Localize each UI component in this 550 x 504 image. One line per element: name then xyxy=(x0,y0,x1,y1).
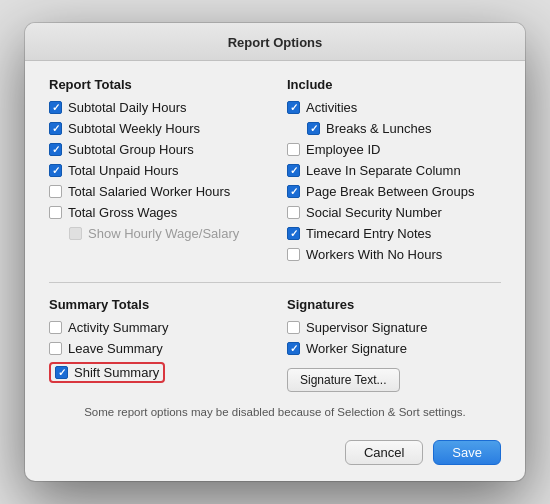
cb-timecard-notes[interactable]: Timecard Entry Notes xyxy=(287,226,501,241)
dialog-content: Report Totals Subtotal Daily Hours Subto… xyxy=(25,61,525,430)
include-title: Include xyxy=(287,77,501,92)
cb-leave-separate[interactable]: Leave In Separate Column xyxy=(287,163,501,178)
footer-note: Some report options may be disabled beca… xyxy=(49,406,501,418)
label-activities: Activities xyxy=(306,100,357,115)
cb-subtotal-group[interactable]: Subtotal Group Hours xyxy=(49,142,263,157)
label-subtotal-group: Subtotal Group Hours xyxy=(68,142,194,157)
checkbox-breaks-lunches[interactable] xyxy=(307,122,320,135)
label-leave-summary: Leave Summary xyxy=(68,341,163,356)
checkbox-show-hourly[interactable] xyxy=(69,227,82,240)
label-no-hours: Workers With No Hours xyxy=(306,247,442,262)
cb-leave-summary[interactable]: Leave Summary xyxy=(49,341,263,356)
label-supervisor-sig: Supervisor Signature xyxy=(306,320,427,335)
checkbox-subtotal-daily[interactable] xyxy=(49,101,62,114)
label-worker-sig: Worker Signature xyxy=(306,341,407,356)
cb-employee-id[interactable]: Employee ID xyxy=(287,142,501,157)
signature-text-button[interactable]: Signature Text... xyxy=(287,368,400,392)
cb-activity-summary[interactable]: Activity Summary xyxy=(49,320,263,335)
label-show-hourly: Show Hourly Wage/Salary xyxy=(88,226,239,241)
checkbox-no-hours[interactable] xyxy=(287,248,300,261)
label-employee-id: Employee ID xyxy=(306,142,380,157)
checkbox-subtotal-group[interactable] xyxy=(49,143,62,156)
cb-total-gross[interactable]: Total Gross Wages xyxy=(49,205,263,220)
cb-subtotal-weekly[interactable]: Subtotal Weekly Hours xyxy=(49,121,263,136)
checkbox-total-unpaid[interactable] xyxy=(49,164,62,177)
report-totals-title: Report Totals xyxy=(49,77,263,92)
signatures-section: Signatures Supervisor Signature Worker S… xyxy=(287,297,501,392)
cb-no-hours[interactable]: Workers With No Hours xyxy=(287,247,501,262)
cb-supervisor-sig[interactable]: Supervisor Signature xyxy=(287,320,501,335)
cb-total-unpaid[interactable]: Total Unpaid Hours xyxy=(49,163,263,178)
checkbox-total-gross[interactable] xyxy=(49,206,62,219)
footer-buttons: Cancel Save xyxy=(25,430,525,481)
include-section: Include Activities Breaks & Lunches Empl… xyxy=(287,77,501,268)
label-subtotal-daily: Subtotal Daily Hours xyxy=(68,100,187,115)
cb-worker-sig[interactable]: Worker Signature xyxy=(287,341,501,356)
checkbox-timecard-notes[interactable] xyxy=(287,227,300,240)
cb-subtotal-daily[interactable]: Subtotal Daily Hours xyxy=(49,100,263,115)
cb-shift-summary[interactable]: Shift Summary xyxy=(49,362,263,383)
cb-show-hourly[interactable]: Show Hourly Wage/Salary xyxy=(49,226,263,241)
checkbox-employee-id[interactable] xyxy=(287,143,300,156)
checkbox-page-break[interactable] xyxy=(287,185,300,198)
save-button[interactable]: Save xyxy=(433,440,501,465)
report-totals-section: Report Totals Subtotal Daily Hours Subto… xyxy=(49,77,263,268)
label-timecard-notes: Timecard Entry Notes xyxy=(306,226,431,241)
label-subtotal-weekly: Subtotal Weekly Hours xyxy=(68,121,200,136)
report-options-dialog: Report Options Report Totals Subtotal Da… xyxy=(25,23,525,481)
cb-activities[interactable]: Activities xyxy=(287,100,501,115)
checkbox-worker-sig[interactable] xyxy=(287,342,300,355)
top-columns: Report Totals Subtotal Daily Hours Subto… xyxy=(49,77,501,268)
label-activity-summary: Activity Summary xyxy=(68,320,168,335)
checkbox-supervisor-sig[interactable] xyxy=(287,321,300,334)
checkbox-subtotal-weekly[interactable] xyxy=(49,122,62,135)
signatures-title: Signatures xyxy=(287,297,501,312)
label-page-break: Page Break Between Groups xyxy=(306,184,474,199)
shift-summary-highlighted: Shift Summary xyxy=(49,362,165,383)
cancel-button[interactable]: Cancel xyxy=(345,440,423,465)
checkbox-ssn[interactable] xyxy=(287,206,300,219)
checkbox-activity-summary[interactable] xyxy=(49,321,62,334)
cb-total-salaried[interactable]: Total Salaried Worker Hours xyxy=(49,184,263,199)
summary-totals-section: Summary Totals Activity Summary Leave Su… xyxy=(49,297,263,392)
checkbox-activities[interactable] xyxy=(287,101,300,114)
cb-breaks-lunches[interactable]: Breaks & Lunches xyxy=(287,121,501,136)
cb-page-break[interactable]: Page Break Between Groups xyxy=(287,184,501,199)
checkbox-shift-summary[interactable] xyxy=(55,366,68,379)
bottom-columns: Summary Totals Activity Summary Leave Su… xyxy=(49,297,501,392)
label-breaks-lunches: Breaks & Lunches xyxy=(326,121,432,136)
dialog-title: Report Options xyxy=(25,23,525,61)
cb-ssn[interactable]: Social Security Number xyxy=(287,205,501,220)
label-ssn: Social Security Number xyxy=(306,205,442,220)
checkbox-leave-separate[interactable] xyxy=(287,164,300,177)
label-total-salaried: Total Salaried Worker Hours xyxy=(68,184,230,199)
section-divider xyxy=(49,282,501,283)
checkbox-total-salaried[interactable] xyxy=(49,185,62,198)
label-shift-summary: Shift Summary xyxy=(74,365,159,380)
label-total-unpaid: Total Unpaid Hours xyxy=(68,163,179,178)
label-total-gross: Total Gross Wages xyxy=(68,205,177,220)
label-leave-separate: Leave In Separate Column xyxy=(306,163,461,178)
checkbox-leave-summary[interactable] xyxy=(49,342,62,355)
summary-totals-title: Summary Totals xyxy=(49,297,263,312)
